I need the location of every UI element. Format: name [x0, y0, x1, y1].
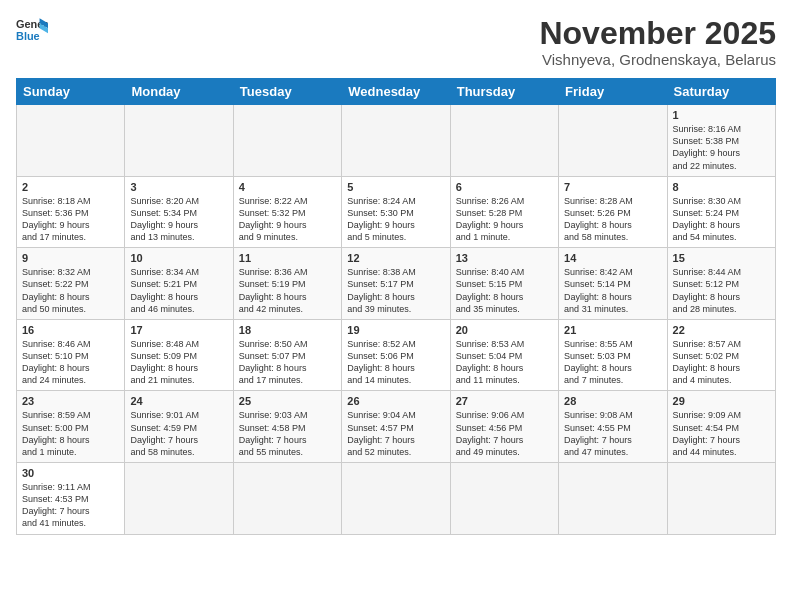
day-number: 13: [456, 252, 553, 264]
day-number: 18: [239, 324, 336, 336]
day-number: 23: [22, 395, 119, 407]
calendar-day-cell: [450, 463, 558, 535]
weekday-header-tuesday: Tuesday: [233, 79, 341, 105]
day-number: 11: [239, 252, 336, 264]
calendar-day-cell: 13Sunrise: 8:40 AM Sunset: 5:15 PM Dayli…: [450, 248, 558, 320]
calendar-week-row: 1Sunrise: 8:16 AM Sunset: 5:38 PM Daylig…: [17, 105, 776, 177]
calendar-week-row: 9Sunrise: 8:32 AM Sunset: 5:22 PM Daylig…: [17, 248, 776, 320]
day-info: Sunrise: 8:16 AM Sunset: 5:38 PM Dayligh…: [673, 123, 770, 172]
calendar-day-cell: [233, 105, 341, 177]
day-info: Sunrise: 9:08 AM Sunset: 4:55 PM Dayligh…: [564, 409, 661, 458]
day-info: Sunrise: 8:46 AM Sunset: 5:10 PM Dayligh…: [22, 338, 119, 387]
calendar-day-cell: 21Sunrise: 8:55 AM Sunset: 5:03 PM Dayli…: [559, 319, 667, 391]
calendar-table: SundayMondayTuesdayWednesdayThursdayFrid…: [16, 78, 776, 534]
weekday-header-friday: Friday: [559, 79, 667, 105]
weekday-header-row: SundayMondayTuesdayWednesdayThursdayFrid…: [17, 79, 776, 105]
svg-text:Blue: Blue: [16, 30, 40, 42]
calendar-day-cell: [667, 463, 775, 535]
day-info: Sunrise: 9:11 AM Sunset: 4:53 PM Dayligh…: [22, 481, 119, 530]
weekday-header-thursday: Thursday: [450, 79, 558, 105]
calendar-day-cell: [125, 105, 233, 177]
calendar-day-cell: 22Sunrise: 8:57 AM Sunset: 5:02 PM Dayli…: [667, 319, 775, 391]
day-number: 30: [22, 467, 119, 479]
day-info: Sunrise: 8:32 AM Sunset: 5:22 PM Dayligh…: [22, 266, 119, 315]
calendar-week-row: 30Sunrise: 9:11 AM Sunset: 4:53 PM Dayli…: [17, 463, 776, 535]
day-info: Sunrise: 8:30 AM Sunset: 5:24 PM Dayligh…: [673, 195, 770, 244]
calendar-day-cell: 5Sunrise: 8:24 AM Sunset: 5:30 PM Daylig…: [342, 176, 450, 248]
day-number: 22: [673, 324, 770, 336]
calendar-day-cell: 2Sunrise: 8:18 AM Sunset: 5:36 PM Daylig…: [17, 176, 125, 248]
day-info: Sunrise: 8:26 AM Sunset: 5:28 PM Dayligh…: [456, 195, 553, 244]
day-number: 24: [130, 395, 227, 407]
day-number: 17: [130, 324, 227, 336]
calendar-day-cell: 8Sunrise: 8:30 AM Sunset: 5:24 PM Daylig…: [667, 176, 775, 248]
day-number: 25: [239, 395, 336, 407]
day-number: 14: [564, 252, 661, 264]
calendar-day-cell: 17Sunrise: 8:48 AM Sunset: 5:09 PM Dayli…: [125, 319, 233, 391]
day-info: Sunrise: 8:53 AM Sunset: 5:04 PM Dayligh…: [456, 338, 553, 387]
calendar-day-cell: 11Sunrise: 8:36 AM Sunset: 5:19 PM Dayli…: [233, 248, 341, 320]
month-title: November 2025: [539, 16, 776, 51]
weekday-header-monday: Monday: [125, 79, 233, 105]
calendar-day-cell: 24Sunrise: 9:01 AM Sunset: 4:59 PM Dayli…: [125, 391, 233, 463]
logo: General Blue: [16, 16, 48, 44]
day-info: Sunrise: 9:06 AM Sunset: 4:56 PM Dayligh…: [456, 409, 553, 458]
calendar-day-cell: [342, 105, 450, 177]
calendar-day-cell: 20Sunrise: 8:53 AM Sunset: 5:04 PM Dayli…: [450, 319, 558, 391]
calendar-day-cell: 30Sunrise: 9:11 AM Sunset: 4:53 PM Dayli…: [17, 463, 125, 535]
day-number: 9: [22, 252, 119, 264]
calendar-day-cell: [125, 463, 233, 535]
calendar-week-row: 23Sunrise: 8:59 AM Sunset: 5:00 PM Dayli…: [17, 391, 776, 463]
page-header: General Blue November 2025 Vishnyeva, Gr…: [16, 16, 776, 68]
calendar-day-cell: 7Sunrise: 8:28 AM Sunset: 5:26 PM Daylig…: [559, 176, 667, 248]
weekday-header-sunday: Sunday: [17, 79, 125, 105]
calendar-day-cell: 3Sunrise: 8:20 AM Sunset: 5:34 PM Daylig…: [125, 176, 233, 248]
calendar-day-cell: 15Sunrise: 8:44 AM Sunset: 5:12 PM Dayli…: [667, 248, 775, 320]
calendar-day-cell: 12Sunrise: 8:38 AM Sunset: 5:17 PM Dayli…: [342, 248, 450, 320]
day-number: 15: [673, 252, 770, 264]
day-number: 2: [22, 181, 119, 193]
day-info: Sunrise: 8:44 AM Sunset: 5:12 PM Dayligh…: [673, 266, 770, 315]
calendar-day-cell: 1Sunrise: 8:16 AM Sunset: 5:38 PM Daylig…: [667, 105, 775, 177]
day-number: 8: [673, 181, 770, 193]
calendar-day-cell: 25Sunrise: 9:03 AM Sunset: 4:58 PM Dayli…: [233, 391, 341, 463]
day-number: 4: [239, 181, 336, 193]
day-info: Sunrise: 8:22 AM Sunset: 5:32 PM Dayligh…: [239, 195, 336, 244]
calendar-day-cell: 6Sunrise: 8:26 AM Sunset: 5:28 PM Daylig…: [450, 176, 558, 248]
day-info: Sunrise: 8:20 AM Sunset: 5:34 PM Dayligh…: [130, 195, 227, 244]
day-number: 10: [130, 252, 227, 264]
calendar-day-cell: 29Sunrise: 9:09 AM Sunset: 4:54 PM Dayli…: [667, 391, 775, 463]
day-info: Sunrise: 8:50 AM Sunset: 5:07 PM Dayligh…: [239, 338, 336, 387]
day-info: Sunrise: 9:01 AM Sunset: 4:59 PM Dayligh…: [130, 409, 227, 458]
logo-icon: General Blue: [16, 16, 48, 44]
day-number: 12: [347, 252, 444, 264]
day-info: Sunrise: 9:09 AM Sunset: 4:54 PM Dayligh…: [673, 409, 770, 458]
day-number: 5: [347, 181, 444, 193]
day-info: Sunrise: 8:36 AM Sunset: 5:19 PM Dayligh…: [239, 266, 336, 315]
day-number: 20: [456, 324, 553, 336]
day-number: 7: [564, 181, 661, 193]
calendar-day-cell: [559, 105, 667, 177]
calendar-day-cell: 9Sunrise: 8:32 AM Sunset: 5:22 PM Daylig…: [17, 248, 125, 320]
calendar-day-cell: 4Sunrise: 8:22 AM Sunset: 5:32 PM Daylig…: [233, 176, 341, 248]
day-number: 21: [564, 324, 661, 336]
day-info: Sunrise: 8:18 AM Sunset: 5:36 PM Dayligh…: [22, 195, 119, 244]
calendar-week-row: 2Sunrise: 8:18 AM Sunset: 5:36 PM Daylig…: [17, 176, 776, 248]
day-number: 28: [564, 395, 661, 407]
day-info: Sunrise: 8:52 AM Sunset: 5:06 PM Dayligh…: [347, 338, 444, 387]
day-info: Sunrise: 8:34 AM Sunset: 5:21 PM Dayligh…: [130, 266, 227, 315]
calendar-day-cell: 18Sunrise: 8:50 AM Sunset: 5:07 PM Dayli…: [233, 319, 341, 391]
day-number: 27: [456, 395, 553, 407]
calendar-day-cell: 27Sunrise: 9:06 AM Sunset: 4:56 PM Dayli…: [450, 391, 558, 463]
location-title: Vishnyeva, Grodnenskaya, Belarus: [539, 51, 776, 68]
calendar-day-cell: 23Sunrise: 8:59 AM Sunset: 5:00 PM Dayli…: [17, 391, 125, 463]
calendar-day-cell: 10Sunrise: 8:34 AM Sunset: 5:21 PM Dayli…: [125, 248, 233, 320]
day-info: Sunrise: 9:03 AM Sunset: 4:58 PM Dayligh…: [239, 409, 336, 458]
day-number: 16: [22, 324, 119, 336]
calendar-day-cell: [233, 463, 341, 535]
calendar-day-cell: [342, 463, 450, 535]
calendar-day-cell: 28Sunrise: 9:08 AM Sunset: 4:55 PM Dayli…: [559, 391, 667, 463]
calendar-day-cell: 19Sunrise: 8:52 AM Sunset: 5:06 PM Dayli…: [342, 319, 450, 391]
weekday-header-saturday: Saturday: [667, 79, 775, 105]
day-info: Sunrise: 8:57 AM Sunset: 5:02 PM Dayligh…: [673, 338, 770, 387]
